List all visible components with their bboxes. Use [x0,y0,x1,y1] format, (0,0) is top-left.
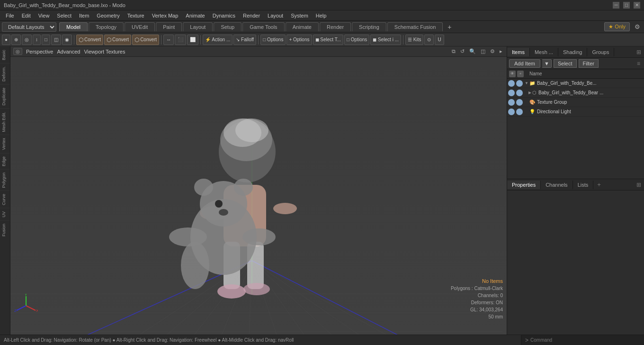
sidebar-mesh-edit[interactable]: Mesh Edit. [0,109,10,135]
tab-channels[interactable]: Channels [541,181,572,189]
sidebar-duplicate[interactable]: Duplicate [0,84,10,109]
add-tab-button[interactable]: + [444,23,455,31]
minimize-button[interactable]: ─ [613,2,619,9]
viewport-layout-icon[interactable]: ◫ [479,48,487,55]
item-row-mesh[interactable]: ▶ ⬡ Baby_Girl_with_Teddy_Bear ... [507,88,644,98]
item-vis-2b[interactable] [516,90,523,96]
items-select-button[interactable]: Select [554,59,577,68]
viewport-play-icon[interactable]: ▸ [498,48,504,55]
menu-select[interactable]: Select [53,12,75,19]
props-add-button[interactable]: + [593,181,605,188]
menu-system[interactable]: System [287,12,312,19]
tab-mesh[interactable]: Mesh ... [530,48,558,56]
tool-sym-button[interactable]: ↔ [163,35,174,45]
options-button-3[interactable]: □ Options [344,35,369,45]
tool-unreal-button[interactable]: U [435,35,444,45]
options-button-2[interactable]: + Options [286,35,312,45]
tab-paint[interactable]: Paint [156,22,182,31]
tab-topology[interactable]: Topology [89,22,124,31]
viewport-refresh-icon[interactable]: ↺ [459,48,466,55]
sidebar-basic[interactable]: Basic [0,46,10,63]
menu-vertex-map[interactable]: Vertex Map [148,12,182,19]
tab-groups[interactable]: Groups [587,48,614,56]
star-only-button[interactable]: ★ Only [604,22,630,31]
viewport-settings-icon[interactable]: ⚙ [489,48,496,55]
items-filter-button[interactable]: Filter [579,59,599,68]
command-arrow-icon[interactable]: > [523,337,530,344]
tool-dark-button[interactable]: ⬛ [175,35,186,45]
item-expand-2[interactable]: ▶ [528,91,531,95]
item-vis-1[interactable] [508,80,515,87]
tab-properties[interactable]: Properties [507,181,541,189]
sidebar-fusion[interactable]: Fusion [0,220,10,239]
item-vis-3[interactable] [508,99,515,106]
tool-transform-button[interactable]: □ [42,35,50,45]
item-expand-1[interactable]: ▼ [525,81,528,85]
menu-animate[interactable]: Animate [182,12,208,19]
tab-animate[interactable]: Animate [286,22,319,31]
sidebar-vertex[interactable]: Vertex [0,135,10,153]
tab-render[interactable]: Render [320,22,351,31]
convert-button-3[interactable]: ⬡Convert [132,35,159,45]
menu-texture[interactable]: Texture [124,12,148,19]
tab-shading[interactable]: Shading [558,48,587,56]
select-t-button[interactable]: ◼ Select T... [313,35,344,45]
add-item-button[interactable]: Add Item [509,59,540,68]
tool-snap-button[interactable]: ◫ [51,35,61,45]
tab-game-tools[interactable]: Game Tools [242,22,285,31]
sidebar-edge[interactable]: Edge [0,153,10,169]
falloff-button[interactable]: ↘ Falloff [233,35,256,45]
item-vis-4[interactable] [508,109,515,115]
kits-button[interactable]: ☰ Kits [405,35,423,45]
command-input[interactable] [530,337,642,343]
menu-edit[interactable]: Edit [18,12,35,19]
tool-select-button[interactable]: ● [2,35,10,45]
tab-lists[interactable]: Lists [573,181,594,189]
tab-items[interactable]: Items [507,48,530,56]
item-vis-3b[interactable] [516,99,523,106]
menu-dynamics[interactable]: Dynamics [209,12,239,19]
convert-button-2[interactable]: ⬡Convert [104,35,131,45]
action-button[interactable]: ⚡ Action ... [203,35,233,45]
options-button-1[interactable]: □ Options [260,35,286,45]
menu-geometry[interactable]: Geometry [93,12,123,19]
item-row-light[interactable]: 💡 Directional Light [507,107,644,117]
viewport-eye-button[interactable]: ◎ [13,48,22,55]
maximize-button[interactable]: □ [623,2,630,9]
tool-pivot-button[interactable]: ◉ [62,35,72,45]
tab-uvedit[interactable]: UVEdit [125,22,155,31]
select-i-button[interactable]: ◼ Select i ... [370,35,401,45]
sidebar-curve[interactable]: Curve [0,191,10,208]
tab-setup[interactable]: Setup [214,22,242,31]
tool-move-button[interactable]: ⊕ [11,35,21,45]
props-expand-icon[interactable]: ⊞ [634,182,644,188]
menu-layout[interactable]: Layout [264,12,287,19]
tool-sphere-button[interactable]: ⊙ [424,35,434,45]
tab-scripting[interactable]: Scripting [352,22,386,31]
sidebar-deform[interactable]: Deform. [0,63,10,84]
tool-scale-button[interactable]: ↕ [33,35,41,45]
viewport-canvas[interactable]: .grid-line { stroke: #555; stroke-width:… [10,57,507,335]
convert-button-1[interactable]: ⬡Convert [76,35,103,45]
viewport-maximize-icon[interactable]: ⧉ [450,48,457,55]
close-button[interactable]: ✕ [634,2,640,9]
item-vis-2[interactable] [508,90,515,96]
sidebar-polygon[interactable]: Polygon [0,169,10,191]
tool-rotate-button[interactable]: ◎ [22,35,32,45]
item-vis-4b[interactable] [516,109,523,115]
sidebar-uv[interactable]: UV [0,208,10,220]
layout-dropdown[interactable]: Default Layouts [2,22,56,32]
tab-model[interactable]: Model [59,22,88,31]
lock-col-icon[interactable]: + [517,71,524,77]
viewport-zoom-icon[interactable]: 🔍 [468,48,477,55]
vis-col-icon[interactable]: 👁 [509,71,516,77]
menu-view[interactable]: View [35,12,54,19]
menu-render[interactable]: Render [239,12,264,19]
tool-light-button[interactable]: ⬜ [187,35,198,45]
layout-settings-icon[interactable]: ⚙ [633,22,642,31]
menu-file[interactable]: File [2,12,18,19]
item-row-group[interactable]: ▼ 📁 Baby_Girl_with_Teddy_Be... [507,79,644,88]
item-vis-1b[interactable] [516,80,523,87]
tab-layout[interactable]: Layout [183,22,213,31]
add-item-dropdown[interactable]: ▼ [542,59,552,68]
